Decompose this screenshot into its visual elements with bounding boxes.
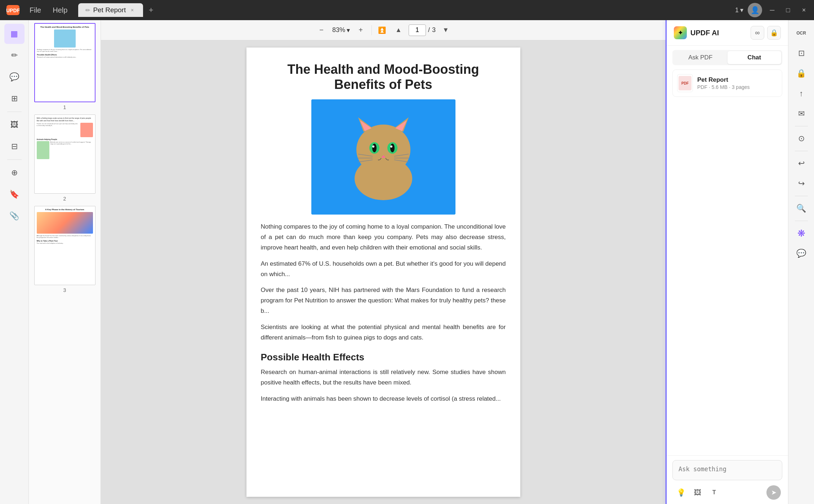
page-separator: / <box>428 26 430 34</box>
ai-input-actions: 💡 🖼 T ➤ <box>672 485 782 500</box>
share-icon[interactable]: ↑ <box>792 84 811 103</box>
main-layout: ▦ ✏ 💬 ⊞ 🖼 ⊟ ⊕ 🔖 📎 The Health and Mood-Bo… <box>0 20 814 504</box>
svg-point-12 <box>390 144 395 152</box>
ai-doc-info: Pet Report PDF · 5.6 MB · 3 pages <box>697 76 778 90</box>
tab-ask-pdf[interactable]: Ask PDF <box>673 51 728 64</box>
ai-text-button[interactable]: T <box>707 485 721 500</box>
ai-panel: ✦ UPDF AI ∞ 🔒 Ask PDF Chat PDF Pet Repor… <box>666 20 788 504</box>
tab-chat[interactable]: Chat <box>728 51 782 64</box>
sidebar-layers-icon[interactable]: ⊞ <box>4 89 25 109</box>
pdf-body-para-2: An estimated 67% of U.S. households own … <box>261 259 506 280</box>
file-menu[interactable]: File <box>25 4 46 17</box>
svg-point-4 <box>356 125 410 175</box>
total-pages: 3 <box>432 26 436 34</box>
redo-icon[interactable]: ↪ <box>792 174 811 193</box>
r-divider-3 <box>795 196 808 196</box>
maximize-button[interactable]: □ <box>782 4 794 16</box>
ai-header-buttons: ∞ 🔒 <box>751 26 781 40</box>
title-bar: UPDF File Help ✏ Pet Report × + 1 ▾ 👤 ─ … <box>0 0 814 20</box>
ai-send-button[interactable]: ➤ <box>766 485 781 500</box>
pdf-body-scientists: Scientists are looking at what the poten… <box>261 322 506 343</box>
chat-icon[interactable]: 💬 <box>792 244 811 263</box>
r-divider-4 <box>795 221 808 221</box>
menu-bar: File Help <box>25 4 72 17</box>
close-button[interactable]: × <box>798 4 810 16</box>
sidebar-divider-2 <box>7 159 22 160</box>
page-number-input[interactable] <box>409 24 426 36</box>
pet-report-tab[interactable]: ✏ Pet Report × <box>78 3 143 17</box>
ai-tabs: Ask PDF Chat <box>672 50 782 65</box>
ai-title: UPDF AI <box>690 29 719 37</box>
left-sidebar: ▦ ✏ 💬 ⊞ 🖼 ⊟ ⊕ 🔖 📎 <box>0 20 29 504</box>
sidebar-sticker-icon[interactable]: ⊕ <box>4 163 25 183</box>
help-menu[interactable]: Help <box>48 4 72 17</box>
protect-icon[interactable]: 🔒 <box>792 64 811 83</box>
sidebar-comment-icon[interactable]: 💬 <box>4 67 25 87</box>
sidebar-pages-icon[interactable]: ▦ <box>4 24 25 44</box>
thumbnail-page-1[interactable]: The Health and Mood-Boosting Benefits of… <box>32 23 98 110</box>
r-divider-2 <box>795 151 808 151</box>
ai-action-icon[interactable]: ❋ <box>792 224 811 243</box>
ai-bulb-button[interactable]: 💡 <box>674 485 688 500</box>
add-tab-button[interactable]: + <box>144 4 157 17</box>
email-icon[interactable]: ✉ <box>792 104 811 123</box>
svg-point-13 <box>372 145 374 148</box>
pdf-body-cortisol: Interacting with animals has been shown … <box>261 394 506 404</box>
ocr-button[interactable]: OCR <box>792 24 811 42</box>
nav-first-button[interactable]: ⏫ <box>375 24 388 37</box>
zoom-out-button[interactable]: − <box>314 23 329 37</box>
undo-icon[interactable]: ↩ <box>792 154 811 173</box>
thumbnail-page-2[interactable]: With a finding large-scale survey to fin… <box>32 114 98 202</box>
ai-header: ✦ UPDF AI ∞ 🔒 <box>667 20 788 46</box>
pdf-section-title: Possible Health Effects <box>261 352 506 363</box>
thumb-image-3: A Key Phase in the History of Tourism Al… <box>34 206 95 285</box>
sidebar-paperclip-icon[interactable]: 📎 <box>4 206 25 226</box>
search-icon[interactable]: 🔍 <box>792 199 811 218</box>
tab-close-button[interactable]: × <box>129 6 136 14</box>
right-action-bar: OCR ⊡ 🔒 ↑ ✉ ⊙ ↩ ↪ 🔍 ❋ 💬 <box>788 20 814 504</box>
extract-icon[interactable]: ⊡ <box>792 44 811 63</box>
sidebar-bookmark-icon[interactable]: 🔖 <box>4 184 25 204</box>
thumb-page-num-1: 1 <box>63 104 66 110</box>
pdf-hero-image <box>311 99 455 215</box>
page-input-area: / 3 <box>409 24 436 36</box>
pdf-content: The Health and Mood-Boosting Benefits of… <box>101 40 666 504</box>
zoom-level: 83% <box>332 26 345 34</box>
ai-image-button[interactable]: 🖼 <box>690 485 705 500</box>
pdf-page-1: The Health and Mood-Boosting Benefits of… <box>246 48 520 497</box>
ai-document-card[interactable]: PDF Pet Report PDF · 5.6 MB · 3 pages <box>672 69 782 97</box>
ai-chat-area[interactable] <box>667 101 788 455</box>
sidebar-stamp-icon[interactable]: 🖼 <box>4 115 25 135</box>
sidebar-compare-icon[interactable]: ⊟ <box>4 136 25 157</box>
nav-prev-button[interactable]: ▲ <box>392 24 405 37</box>
zoom-in-button[interactable]: + <box>353 23 368 37</box>
title-bar-right: 1 ▾ 👤 ─ □ × <box>735 3 810 17</box>
ai-lock-button[interactable]: 🔒 <box>767 26 781 40</box>
ai-input-area: 💡 🖼 T ➤ <box>667 455 788 504</box>
toolbar-divider-1 <box>372 25 372 35</box>
thumbnail-panel: The Health and Mood-Boosting Benefits of… <box>29 20 101 504</box>
zoom-chevron-icon: ▾ <box>347 26 350 34</box>
minimize-button[interactable]: ─ <box>766 4 778 16</box>
thumbnail-page-3[interactable]: A Key Phase in the History of Tourism Al… <box>32 206 98 293</box>
thumb-page-num-2: 2 <box>63 196 66 202</box>
thumb-image-1: The Health and Mood-Boosting Benefits of… <box>34 23 95 102</box>
sidebar-edit-icon[interactable]: ✏ <box>4 45 25 66</box>
ai-infinity-button[interactable]: ∞ <box>751 26 764 40</box>
pdf-area: − 83% ▾ + ⏫ ▲ / 3 ▼ The Health and Mood-… <box>101 20 666 504</box>
tab-icon: ✏ <box>85 7 90 14</box>
ai-doc-name: Pet Report <box>697 76 778 84</box>
sidebar-divider-1 <box>7 112 22 112</box>
pdf-toolbar: − 83% ▾ + ⏫ ▲ / 3 ▼ <box>101 20 666 40</box>
zoom-display[interactable]: 83% ▾ <box>332 26 350 34</box>
updf-logo: UPDF <box>4 4 22 17</box>
svg-text:UPDF: UPDF <box>6 8 20 13</box>
save-icon[interactable]: ⊙ <box>792 129 811 148</box>
page-indicator[interactable]: 1 ▾ <box>735 6 743 14</box>
user-avatar[interactable]: 👤 <box>748 3 762 17</box>
ai-input-field[interactable] <box>672 460 782 480</box>
pdf-body-para-1: Nothing compares to the joy of coming ho… <box>261 222 506 253</box>
ai-logo-icon: ✦ <box>674 26 687 39</box>
pdf-body-para-3: Over the past 10 years, NIH has partnere… <box>261 285 506 316</box>
nav-next-button[interactable]: ▼ <box>439 24 452 37</box>
